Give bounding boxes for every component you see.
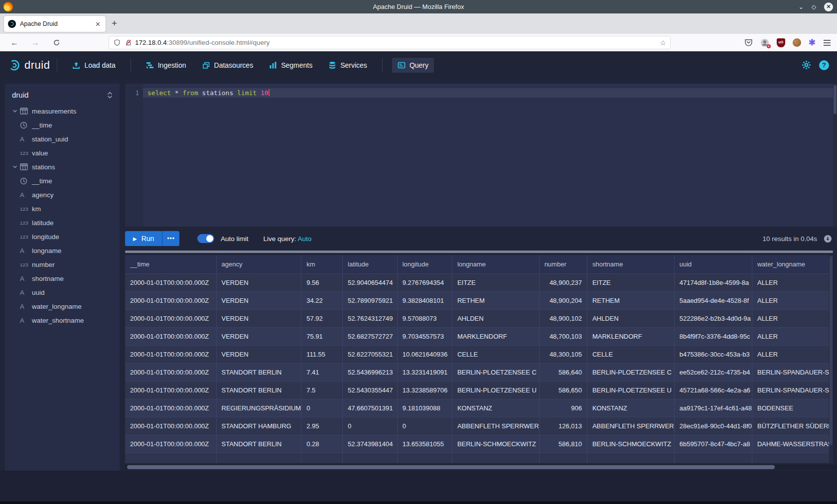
- cell-__time[interactable]: 2000-01-01T00:00:00.000Z: [125, 327, 216, 345]
- cell-longname[interactable]: BERLIN-PLOETZENSEE C: [452, 363, 539, 381]
- cell-longname[interactable]: AHLDEN: [452, 309, 539, 327]
- tree-column-number[interactable]: 123number: [5, 257, 120, 271]
- cell-shortname[interactable]: AHLDEN: [587, 309, 674, 327]
- cell-water_longname[interactable]: ALLER: [752, 273, 833, 291]
- cell-latitude[interactable]: 52.7890975921: [343, 291, 398, 309]
- browser-tab-active[interactable]: Apache Druid ✕: [4, 16, 106, 32]
- cell-longitude[interactable]: 9.3828408101: [397, 291, 452, 309]
- tree-column-value[interactable]: 123value: [5, 146, 120, 160]
- cell-number[interactable]: 126,013: [539, 417, 587, 435]
- cell-water_longname[interactable]: ALLER: [752, 309, 833, 327]
- cell-shortname[interactable]: MARKLENDORF: [587, 327, 674, 345]
- cell-latitude[interactable]: 52.6227055321: [343, 345, 398, 363]
- cell-latitude[interactable]: 52.7624312749: [343, 309, 398, 327]
- cell-latitude[interactable]: 52.9040654474: [343, 273, 398, 291]
- shield-icon[interactable]: [114, 39, 121, 46]
- cell-agency[interactable]: VERDEN: [216, 345, 301, 363]
- cell-km[interactable]: 7.5: [301, 381, 343, 399]
- tree-column-agency[interactable]: Aagency: [5, 188, 120, 202]
- cookie-icon[interactable]: [793, 38, 801, 47]
- editor-vertical-scrollbar[interactable]: [833, 84, 837, 227]
- cell-water_longname[interactable]: ALLER: [752, 291, 833, 309]
- cell-number[interactable]: 48,300,105: [539, 345, 587, 363]
- download-icon[interactable]: [824, 235, 832, 243]
- cell-uuid[interactable]: 6b595707-8c47-4bc7-a8: [674, 435, 752, 453]
- cell-longitude[interactable]: 13.653581055: [397, 435, 452, 453]
- cell-water_longname[interactable]: BERLIN-SPANDAUER-S: [752, 363, 833, 381]
- nav-item-datasources[interactable]: Datasources: [197, 58, 259, 73]
- cell-shortname[interactable]: RETHEM: [587, 291, 674, 309]
- chevron-down-icon[interactable]: [12, 164, 20, 170]
- cell-uuid[interactable]: 522286e2-b2b3-4d0d-9a: [674, 309, 752, 327]
- cell-__time[interactable]: 2000-01-01T00:00:00.000Z: [125, 309, 216, 327]
- cell-km[interactable]: 75.91: [301, 327, 343, 345]
- tab-close-icon[interactable]: ✕: [94, 20, 102, 28]
- gear-icon[interactable]: [802, 60, 811, 70]
- live-query-label[interactable]: Live query: Auto: [264, 235, 312, 243]
- cell-number[interactable]: 586,650: [539, 381, 587, 399]
- tree-column-longname[interactable]: Alongname: [5, 244, 120, 257]
- cell-latitude[interactable]: 52.5436996213: [343, 363, 398, 381]
- cell-water_longname[interactable]: BÜTZFLETHER SÜDERE: [752, 417, 833, 435]
- cell-longitude[interactable]: 0: [397, 417, 452, 435]
- sort-icon[interactable]: [107, 92, 113, 99]
- cell-__time[interactable]: 2000-01-01T00:00:00.000Z: [125, 399, 216, 417]
- cell-km[interactable]: 7.41: [301, 363, 343, 381]
- bookmark-star-icon[interactable]: ☆: [660, 39, 666, 47]
- cell-latitude[interactable]: 52.5430355447: [343, 381, 398, 399]
- cell-uuid[interactable]: 47174d8f-1b8e-4599-8a: [674, 273, 752, 291]
- menu-icon[interactable]: [823, 39, 831, 46]
- cell-water_longname[interactable]: BODENSEE: [752, 399, 833, 417]
- column-header-longname[interactable]: longname: [452, 255, 539, 273]
- scrollbar-thumb[interactable]: [127, 465, 775, 469]
- cell-agency[interactable]: VERDEN: [216, 291, 301, 309]
- druid-logo[interactable]: druid: [8, 59, 50, 72]
- cell-agency[interactable]: STANDORT HAMBURG: [216, 417, 301, 435]
- cell-longname[interactable]: RETHEM: [452, 291, 539, 309]
- nav-item-load-data[interactable]: Load data: [67, 58, 121, 73]
- cell-shortname[interactable]: KONSTANZ: [587, 399, 674, 417]
- cell-uuid[interactable]: 8b4f9f7c-3376-4dd8-95c: [674, 327, 752, 345]
- results-horizontal-scrollbar[interactable]: [125, 465, 837, 470]
- cell-km[interactable]: 57.92: [301, 309, 343, 327]
- cell-latitude[interactable]: 47.6607501391: [343, 399, 398, 417]
- window-maximize-icon[interactable]: ◇: [812, 3, 816, 10]
- cell-longitude[interactable]: 9.181039088: [397, 399, 452, 417]
- cell-agency[interactable]: STANDORT BERLIN: [216, 363, 301, 381]
- window-minimize-icon[interactable]: ⌄: [799, 3, 804, 10]
- cell-uuid[interactable]: aa9179c1-17ef-4c61-a48: [674, 399, 752, 417]
- cell-latitude[interactable]: 52.3743981404: [343, 435, 398, 453]
- pocket-icon[interactable]: [744, 38, 753, 47]
- cell-uuid[interactable]: 28ec91e8-90c0-44d1-8f0: [674, 417, 752, 435]
- cell-__time[interactable]: 2000-01-01T00:00:00.000Z: [125, 291, 216, 309]
- cell-number[interactable]: 48,900,237: [539, 273, 587, 291]
- tree-column-__time[interactable]: __time: [5, 118, 120, 132]
- cell-number[interactable]: 48,900,102: [539, 309, 587, 327]
- window-close-icon[interactable]: ✕: [824, 2, 833, 11]
- cell-longitude[interactable]: 9.2767694354: [397, 273, 452, 291]
- cell-water_longname[interactable]: ALLER: [752, 327, 833, 345]
- cell-latitude[interactable]: 52.6827572727: [343, 327, 398, 345]
- column-header-agency[interactable]: agency: [216, 255, 301, 273]
- cell-uuid[interactable]: b475386c-30cc-453a-b3: [674, 345, 752, 363]
- insecure-lock-icon[interactable]: [125, 39, 132, 46]
- column-header-shortname[interactable]: shortname: [587, 255, 674, 273]
- cell-longitude[interactable]: 9.7034557573: [397, 327, 452, 345]
- cell-longname[interactable]: BERLIN-PLOETZENSEE U: [452, 381, 539, 399]
- column-header-longitude[interactable]: longitude: [397, 255, 452, 273]
- cell-shortname[interactable]: ABBENFLETH SPERRWER: [587, 417, 674, 435]
- url-field[interactable]: 172.18.0.4:30899/unified-console.html#qu…: [109, 36, 671, 49]
- cell-km[interactable]: 9.56: [301, 273, 343, 291]
- cell-uuid[interactable]: 5aaed954-de4e-4528-8f: [674, 291, 752, 309]
- account-icon[interactable]: ✕: [760, 38, 769, 47]
- tree-column-shortname[interactable]: Ashortname: [5, 271, 120, 285]
- cell-shortname[interactable]: BERLIN-PLOETZENSEE C: [587, 363, 674, 381]
- cell-longitude[interactable]: 9.57088073: [397, 309, 452, 327]
- cell-water_longname[interactable]: ALLER: [752, 345, 833, 363]
- cell-__time[interactable]: 2000-01-01T00:00:00.000Z: [125, 381, 216, 399]
- cell-km[interactable]: 0: [301, 399, 343, 417]
- column-header-__time[interactable]: __time: [125, 255, 216, 273]
- cell-number[interactable]: 48,900,204: [539, 291, 587, 309]
- cell-km[interactable]: 34.22: [301, 291, 343, 309]
- tree-column-__time[interactable]: __time: [5, 174, 120, 188]
